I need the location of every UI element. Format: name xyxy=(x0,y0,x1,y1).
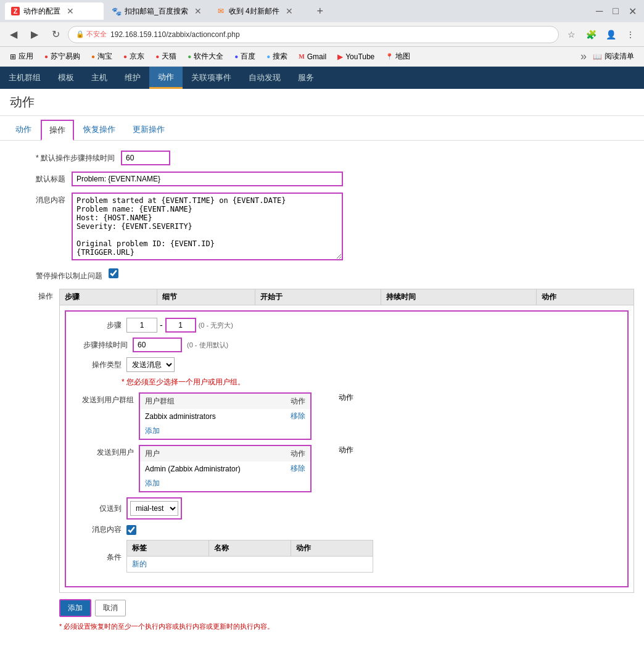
browser-action-icons: ☆ 🧩 👤 ⋮ xyxy=(563,26,639,43)
conditions-table: 标签 名称 动作 xyxy=(126,540,373,573)
send-only-label: 仅送到 xyxy=(72,503,122,514)
add-group-button[interactable]: 添加 xyxy=(145,426,160,435)
maximize-button[interactable]: □ xyxy=(613,6,619,17)
bookmark-software[interactable]: ● 软件大全 xyxy=(183,50,228,63)
nav-host-groups[interactable]: 主机群组 xyxy=(0,67,49,89)
sub-nav-update[interactable]: 更新操作 xyxy=(125,120,173,140)
more-bookmarks-button[interactable]: » xyxy=(580,50,587,63)
refresh-button[interactable]: ↻ xyxy=(47,26,64,43)
add-user-button[interactable]: 添加 xyxy=(145,479,160,487)
menu-icon[interactable]: ⋮ xyxy=(622,26,639,43)
profile-icon[interactable]: 👤 xyxy=(602,26,619,43)
action-buttons-row: 添加 取消 xyxy=(59,599,634,617)
send-users-col-name: 用户 xyxy=(145,449,160,459)
tab-close-1[interactable]: ✕ xyxy=(67,6,74,16)
read-mode-button[interactable]: 📖 阅读清单 xyxy=(588,50,639,63)
new-tab-button[interactable]: + xyxy=(312,2,329,20)
nav-templates[interactable]: 模板 xyxy=(49,67,83,89)
bookmark-baidu[interactable]: ● 百度 xyxy=(229,50,260,63)
extensions-icon[interactable]: 🧩 xyxy=(582,26,600,43)
stop-on-problem-checkbox[interactable] xyxy=(109,268,118,278)
bookmark-search[interactable]: ● 搜索 xyxy=(262,50,292,63)
address-input-bar[interactable]: 🔒 不安全 192.168.159.110/zabbix/actionconf.… xyxy=(68,26,559,43)
minimize-button[interactable]: ─ xyxy=(596,6,603,17)
conditions-label: 条件 xyxy=(72,552,122,563)
bookmark-gmail-label: Gmail xyxy=(307,52,326,61)
send-users-row: 发送到用户 用户 动作 xyxy=(72,445,621,492)
sub-navigation: 动作 操作 恢复操作 更新操作 xyxy=(0,116,644,141)
message-content-textarea[interactable]: Problem started at {EVENT.TIME} on {EVEN… xyxy=(72,193,343,260)
remove-group-1-button[interactable]: 移除 xyxy=(291,411,305,421)
tab-close-2[interactable]: ✕ xyxy=(194,6,202,16)
send-users-col-action: 动作 xyxy=(291,449,305,459)
cond-col-action: 动作 xyxy=(291,540,373,557)
tab-close-3[interactable]: ✕ xyxy=(286,6,293,16)
forward-button[interactable]: ▶ xyxy=(26,26,43,43)
bookmark-maps-label: 地图 xyxy=(395,51,410,62)
message-content-row: 消息内容 Problem started at {EVENT.TIME} on … xyxy=(10,193,634,262)
operation-type-select[interactable]: 发送消息 远程命令 xyxy=(126,357,175,372)
bookmark-gmail[interactable]: M Gmail xyxy=(294,51,331,62)
default-subject-label: 默认标题 xyxy=(10,172,72,184)
top-navigation: 主机群组 模板 主机 维护 动作 关联项事件 自动发现 服务 xyxy=(0,67,644,89)
close-button[interactable]: ✕ xyxy=(629,6,637,17)
send-users-add: 添加 xyxy=(140,476,310,491)
cancel-button[interactable]: 取消 xyxy=(95,600,126,616)
message-content-control: Problem started at {EVENT.TIME} on {EVEN… xyxy=(72,193,634,262)
user-name-1: Admin (Zabbix Administrator) xyxy=(145,465,241,473)
operation-type-row: 操作类型 发送消息 远程命令 xyxy=(72,357,621,372)
bookmark-youtube[interactable]: ▶ YouTube xyxy=(332,51,379,62)
sub-nav-actions[interactable]: 动作 xyxy=(7,120,39,140)
step-to-input[interactable] xyxy=(165,318,196,333)
nav-discovery[interactable]: 自动发现 xyxy=(240,67,289,89)
send-groups-item-1: Zabbix administrators 移除 xyxy=(140,409,310,423)
bookmark-apps[interactable]: ⊞ 应用 xyxy=(5,50,38,63)
add-operation-button[interactable]: 添加 xyxy=(59,599,91,617)
default-step-duration-label: * 默认操作步骤持续时间 xyxy=(10,151,121,164)
nav-maintenance[interactable]: 维护 xyxy=(116,67,149,89)
step-duration-label: 步骤持续时间 xyxy=(72,340,128,350)
send-only-select[interactable]: mial-test 所有媒介 Jabber xyxy=(130,501,178,516)
tab-favicon-3: ✉ xyxy=(217,7,225,15)
new-condition-button[interactable]: 新的 xyxy=(132,560,147,568)
send-only-row: 仅送到 mial-test 所有媒介 Jabber xyxy=(72,497,621,520)
step-duration-input[interactable] xyxy=(133,337,182,352)
msg-content-checkbox[interactable] xyxy=(126,525,136,535)
back-button[interactable]: ◀ xyxy=(5,26,22,43)
bookmark-jd[interactable]: ● 京东 xyxy=(118,50,149,63)
bookmark-jd-label: 京东 xyxy=(130,51,144,62)
send-users-table: 用户 动作 Admin (Zabbix Administrator) 移除 xyxy=(139,445,312,492)
bookmark-taobao[interactable]: ● 淘宝 xyxy=(86,50,117,63)
ops-table-row: 步骤 - (0 - 无穷大) xyxy=(60,305,634,593)
bookmark-tmall[interactable]: ● 天猫 xyxy=(151,50,181,63)
apps-icon: ⊞ xyxy=(10,52,16,61)
step-from-input[interactable] xyxy=(126,318,157,333)
browser-window: Z 动作的配置 ✕ 🐾 扣扣邮箱_百度搜索 ✕ ✉ 收到 4封新邮件 ✕ + ─… xyxy=(0,0,644,646)
tab-active[interactable]: Z 动作的配置 ✕ xyxy=(5,2,104,20)
default-step-duration-input[interactable] xyxy=(121,151,170,165)
bookmark-maps[interactable]: 📍 地图 xyxy=(381,50,415,63)
remove-user-1-button[interactable]: 移除 xyxy=(291,463,305,474)
main-content: * 默认操作步骤持续时间 默认标题 消息内容 Problem started a… xyxy=(0,141,644,646)
tab-title-3: 收到 4封新邮件 xyxy=(229,6,279,17)
bookmark-suning[interactable]: ● 苏宁易购 xyxy=(39,50,85,63)
sub-nav-recovery[interactable]: 恢复操作 xyxy=(75,120,123,140)
nav-event-correlation[interactable]: 关联项事件 xyxy=(183,67,240,89)
send-users-action-header: 动作 xyxy=(316,445,353,455)
default-step-duration-row: * 默认操作步骤持续时间 xyxy=(10,151,634,165)
nav-actions[interactable]: 动作 xyxy=(149,67,183,89)
bookmark-star-icon[interactable]: ☆ xyxy=(563,26,580,43)
operations-table-wrapper: 步骤 细节 开始于 持续时间 动作 xyxy=(59,289,634,631)
tab-3[interactable]: ✉ 收到 4封新邮件 ✕ xyxy=(210,2,309,20)
cond-col-name: 名称 xyxy=(209,540,291,557)
cond-new-row: 新的 xyxy=(127,557,373,573)
default-subject-input[interactable] xyxy=(72,172,343,186)
step-dash: - xyxy=(160,320,163,330)
nav-hosts[interactable]: 主机 xyxy=(83,67,116,89)
window-controls: ─ □ ✕ xyxy=(593,6,639,17)
sub-nav-operations[interactable]: 操作 xyxy=(41,120,74,141)
stop-on-problem-row: 警停操作以制止问题 xyxy=(10,268,634,281)
tab-2[interactable]: 🐾 扣扣邮箱_百度搜索 ✕ xyxy=(106,2,208,20)
nav-services[interactable]: 服务 xyxy=(289,67,323,89)
ops-col-detail: 细节 xyxy=(157,289,255,305)
